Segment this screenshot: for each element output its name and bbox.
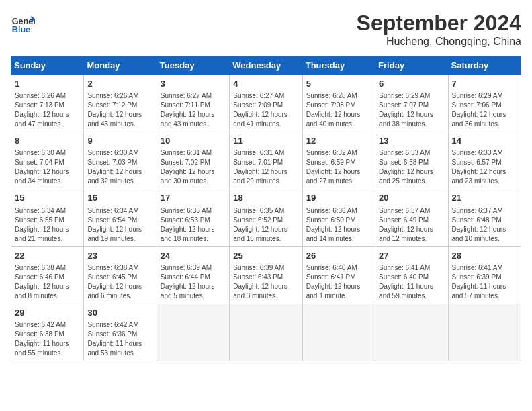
week-row-3: 15Sunrise: 6:34 AM Sunset: 6:55 PM Dayli… xyxy=(11,189,521,246)
day-number: 30 xyxy=(87,307,152,319)
calendar-cell xyxy=(302,304,375,361)
week-row-5: 29Sunrise: 6:42 AM Sunset: 6:38 PM Dayli… xyxy=(11,304,521,361)
calendar-cell xyxy=(448,304,521,361)
day-number: 13 xyxy=(379,135,444,147)
day-info: Sunrise: 6:37 AM Sunset: 6:48 PM Dayligh… xyxy=(452,206,517,244)
day-number: 7 xyxy=(452,78,517,90)
day-info: Sunrise: 6:37 AM Sunset: 6:49 PM Dayligh… xyxy=(379,206,444,244)
calendar-cell: 1Sunrise: 6:26 AM Sunset: 7:13 PM Daylig… xyxy=(11,75,84,132)
day-info: Sunrise: 6:36 AM Sunset: 6:50 PM Dayligh… xyxy=(306,206,371,244)
day-number: 17 xyxy=(161,192,226,204)
calendar-cell: 11Sunrise: 6:31 AM Sunset: 7:01 PM Dayli… xyxy=(230,132,302,189)
calendar-cell: 2Sunrise: 6:26 AM Sunset: 7:12 PM Daylig… xyxy=(84,75,157,132)
day-number: 16 xyxy=(87,192,152,204)
calendar-cell: 17Sunrise: 6:35 AM Sunset: 6:53 PM Dayli… xyxy=(157,189,229,246)
day-number: 25 xyxy=(233,250,298,262)
calendar-cell: 21Sunrise: 6:37 AM Sunset: 6:48 PM Dayli… xyxy=(448,189,521,246)
calendar-cell xyxy=(375,304,448,361)
day-number: 5 xyxy=(306,78,371,90)
day-info: Sunrise: 6:38 AM Sunset: 6:45 PM Dayligh… xyxy=(87,263,152,301)
calendar-cell xyxy=(230,304,302,361)
day-info: Sunrise: 6:33 AM Sunset: 6:58 PM Dayligh… xyxy=(379,148,444,186)
calendar-cell: 23Sunrise: 6:38 AM Sunset: 6:45 PM Dayli… xyxy=(84,246,157,304)
calendar-cell: 30Sunrise: 6:42 AM Sunset: 6:36 PM Dayli… xyxy=(84,304,157,361)
day-info: Sunrise: 6:41 AM Sunset: 6:40 PM Dayligh… xyxy=(379,263,444,301)
calendar-cell: 16Sunrise: 6:34 AM Sunset: 6:54 PM Dayli… xyxy=(84,189,157,246)
title-block: September 2024 Hucheng, Chongqing, China xyxy=(357,11,521,48)
header-day-thursday: Thursday xyxy=(302,56,375,75)
day-number: 23 xyxy=(87,250,152,262)
month-title: September 2024 xyxy=(357,11,521,36)
day-info: Sunrise: 6:41 AM Sunset: 6:39 PM Dayligh… xyxy=(452,263,517,301)
day-info: Sunrise: 6:38 AM Sunset: 6:46 PM Dayligh… xyxy=(15,263,80,301)
day-info: Sunrise: 6:33 AM Sunset: 6:57 PM Dayligh… xyxy=(452,148,517,186)
day-info: Sunrise: 6:35 AM Sunset: 6:52 PM Dayligh… xyxy=(233,206,298,244)
week-row-1: 1Sunrise: 6:26 AM Sunset: 7:13 PM Daylig… xyxy=(11,75,521,132)
calendar-cell: 24Sunrise: 6:39 AM Sunset: 6:44 PM Dayli… xyxy=(157,246,229,304)
header-row: SundayMondayTuesdayWednesdayThursdayFrid… xyxy=(11,56,521,75)
header-day-sunday: Sunday xyxy=(11,56,84,75)
day-info: Sunrise: 6:30 AM Sunset: 7:04 PM Dayligh… xyxy=(15,148,80,186)
day-number: 6 xyxy=(379,78,444,90)
calendar-cell: 9Sunrise: 6:30 AM Sunset: 7:03 PM Daylig… xyxy=(84,132,157,189)
day-number: 15 xyxy=(15,192,80,204)
day-number: 27 xyxy=(379,250,444,262)
svg-text:Blue: Blue xyxy=(12,25,30,34)
day-info: Sunrise: 6:30 AM Sunset: 7:03 PM Dayligh… xyxy=(87,148,152,186)
calendar-cell: 8Sunrise: 6:30 AM Sunset: 7:04 PM Daylig… xyxy=(11,132,84,189)
day-number: 10 xyxy=(161,135,226,147)
logo-icon: General Blue xyxy=(11,11,35,35)
day-info: Sunrise: 6:34 AM Sunset: 6:55 PM Dayligh… xyxy=(15,206,80,244)
day-number: 12 xyxy=(306,135,371,147)
day-info: Sunrise: 6:34 AM Sunset: 6:54 PM Dayligh… xyxy=(87,206,152,244)
calendar-table: SundayMondayTuesdayWednesdayThursdayFrid… xyxy=(11,56,521,361)
day-number: 20 xyxy=(379,192,444,204)
header-day-wednesday: Wednesday xyxy=(230,56,302,75)
week-row-2: 8Sunrise: 6:30 AM Sunset: 7:04 PM Daylig… xyxy=(11,132,521,189)
calendar-header: SundayMondayTuesdayWednesdayThursdayFrid… xyxy=(11,56,521,75)
day-number: 18 xyxy=(233,192,298,204)
calendar-cell: 5Sunrise: 6:28 AM Sunset: 7:08 PM Daylig… xyxy=(302,75,375,132)
day-number: 19 xyxy=(306,192,371,204)
calendar-cell: 18Sunrise: 6:35 AM Sunset: 6:52 PM Dayli… xyxy=(230,189,302,246)
day-info: Sunrise: 6:32 AM Sunset: 6:59 PM Dayligh… xyxy=(306,148,371,186)
day-info: Sunrise: 6:39 AM Sunset: 6:43 PM Dayligh… xyxy=(233,263,298,301)
calendar-cell: 19Sunrise: 6:36 AM Sunset: 6:50 PM Dayli… xyxy=(302,189,375,246)
header-day-tuesday: Tuesday xyxy=(157,56,229,75)
day-number: 4 xyxy=(233,78,298,90)
day-number: 26 xyxy=(306,250,371,262)
day-info: Sunrise: 6:40 AM Sunset: 6:41 PM Dayligh… xyxy=(306,263,371,301)
day-number: 22 xyxy=(15,250,80,262)
calendar-cell: 20Sunrise: 6:37 AM Sunset: 6:49 PM Dayli… xyxy=(375,189,448,246)
calendar-cell: 28Sunrise: 6:41 AM Sunset: 6:39 PM Dayli… xyxy=(448,246,521,304)
calendar-cell: 12Sunrise: 6:32 AM Sunset: 6:59 PM Dayli… xyxy=(302,132,375,189)
header-day-saturday: Saturday xyxy=(448,56,521,75)
day-info: Sunrise: 6:29 AM Sunset: 7:07 PM Dayligh… xyxy=(379,91,444,129)
calendar-cell: 26Sunrise: 6:40 AM Sunset: 6:41 PM Dayli… xyxy=(302,246,375,304)
calendar-cell: 15Sunrise: 6:34 AM Sunset: 6:55 PM Dayli… xyxy=(11,189,84,246)
day-number: 9 xyxy=(87,135,152,147)
day-info: Sunrise: 6:29 AM Sunset: 7:06 PM Dayligh… xyxy=(452,91,517,129)
calendar-cell xyxy=(157,304,229,361)
day-info: Sunrise: 6:42 AM Sunset: 6:36 PM Dayligh… xyxy=(87,320,152,358)
day-info: Sunrise: 6:31 AM Sunset: 7:01 PM Dayligh… xyxy=(233,148,298,186)
logo: General Blue xyxy=(11,11,35,35)
calendar-cell: 10Sunrise: 6:31 AM Sunset: 7:02 PM Dayli… xyxy=(157,132,229,189)
day-number: 24 xyxy=(161,250,226,262)
calendar-cell: 27Sunrise: 6:41 AM Sunset: 6:40 PM Dayli… xyxy=(375,246,448,304)
day-number: 3 xyxy=(161,78,226,90)
day-number: 29 xyxy=(15,307,80,319)
calendar-cell: 25Sunrise: 6:39 AM Sunset: 6:43 PM Dayli… xyxy=(230,246,302,304)
week-row-4: 22Sunrise: 6:38 AM Sunset: 6:46 PM Dayli… xyxy=(11,246,521,304)
day-info: Sunrise: 6:27 AM Sunset: 7:09 PM Dayligh… xyxy=(233,91,298,129)
day-number: 8 xyxy=(15,135,80,147)
day-info: Sunrise: 6:42 AM Sunset: 6:38 PM Dayligh… xyxy=(15,320,80,358)
day-number: 1 xyxy=(15,78,80,90)
day-info: Sunrise: 6:27 AM Sunset: 7:11 PM Dayligh… xyxy=(161,91,226,129)
calendar-cell: 7Sunrise: 6:29 AM Sunset: 7:06 PM Daylig… xyxy=(448,75,521,132)
day-number: 28 xyxy=(452,250,517,262)
day-info: Sunrise: 6:31 AM Sunset: 7:02 PM Dayligh… xyxy=(161,148,226,186)
day-number: 2 xyxy=(87,78,152,90)
calendar-cell: 3Sunrise: 6:27 AM Sunset: 7:11 PM Daylig… xyxy=(157,75,229,132)
calendar-cell: 6Sunrise: 6:29 AM Sunset: 7:07 PM Daylig… xyxy=(375,75,448,132)
